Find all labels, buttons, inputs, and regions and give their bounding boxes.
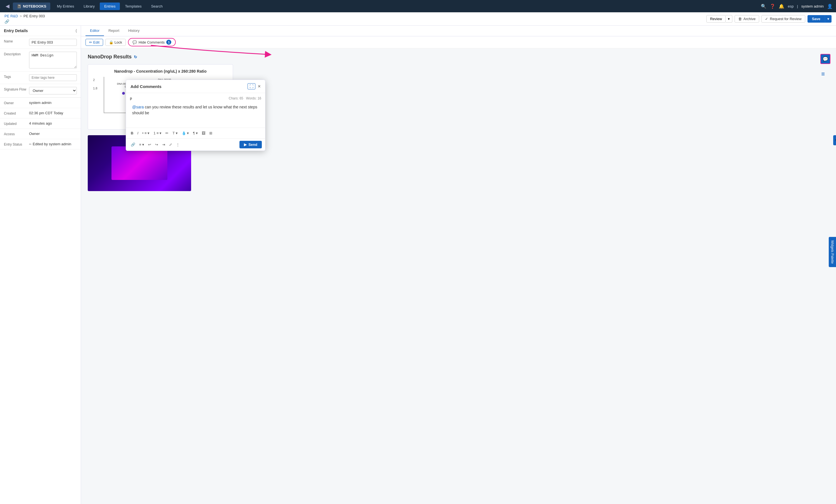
user-separator: | xyxy=(797,4,798,8)
ordered-list-button[interactable]: 1 ≡ ▾ xyxy=(152,130,163,136)
nav-items: My Entries Library Entries Templates Sea… xyxy=(53,2,167,10)
undo-button[interactable]: ↩ xyxy=(147,142,153,148)
bold-button[interactable]: B xyxy=(129,130,135,136)
text-format-button[interactable]: T ▾ xyxy=(171,130,179,136)
status-field-row: Entry Status ✏Edited by system admin xyxy=(0,139,81,150)
expand-button[interactable]: ⤢ xyxy=(168,142,173,148)
right-side-list-icon[interactable]: ≡ xyxy=(821,71,825,78)
bell-icon[interactable]: 🔔 xyxy=(779,4,784,9)
modal-body: p Chars: 65 Words: 16 @sara can you revi… xyxy=(126,93,265,128)
image-button[interactable]: 🖼 xyxy=(200,130,207,136)
y-tick-18: 1.8 xyxy=(93,86,97,90)
toolbar2-left: 🔗 ≡ ▾ ↩ ↪ ⇥ ⤢ ⋮ xyxy=(129,142,181,148)
tags-input[interactable] xyxy=(29,74,77,81)
user-name: system admin xyxy=(801,4,824,8)
add-comments-modal: Add Comments ⛶ × p Chars: 65 Words: 16 @… xyxy=(126,80,265,151)
link-button[interactable]: 🔗 xyxy=(129,142,137,148)
name-field-row: Name xyxy=(0,36,81,49)
name-input[interactable] xyxy=(29,39,77,46)
y-tick-2: 2 xyxy=(93,78,95,82)
created-label: Created xyxy=(4,111,29,115)
italic-button[interactable]: I xyxy=(136,130,140,136)
status-edit-icon: ✏ xyxy=(29,142,32,146)
updated-value: 4 minutes ago xyxy=(29,121,52,125)
notebooks-label: NOTEBOOKS xyxy=(23,4,46,8)
send-button[interactable]: ▶ Send xyxy=(240,141,262,148)
comment-stats: Chars: 65 Words: 16 xyxy=(229,96,261,100)
comment-meta: p Chars: 65 Words: 16 xyxy=(130,96,261,100)
modal-expand-button[interactable]: ⛶ xyxy=(248,83,255,90)
breadcrumb-parent[interactable]: PE R&D xyxy=(4,14,18,18)
tab-list: Editor Report History xyxy=(86,26,144,36)
search-icon[interactable]: 🔍 xyxy=(761,4,766,9)
nav-right: 🔍 ❓ 🔔 esp | system admin 👤 xyxy=(761,4,833,9)
back-button[interactable]: ◀ xyxy=(3,2,12,10)
link-icon[interactable]: 🔗 xyxy=(4,19,45,24)
indent-button[interactable]: ⇥ xyxy=(161,142,167,148)
more-options-button[interactable]: ⋮ xyxy=(175,142,181,148)
tab-history[interactable]: History xyxy=(124,26,144,36)
collapse-panel-button[interactable]: ⟨ xyxy=(75,28,77,33)
hide-comments-label: Hide Comments xyxy=(138,40,165,44)
comment-editor[interactable]: @sara can you review these results and l… xyxy=(130,102,261,124)
section-title-row: NanoDrop Results ↻ xyxy=(88,54,829,60)
owner-field-row: Owner system admin xyxy=(0,97,81,108)
editor-tabs: Editor Report History xyxy=(81,26,836,36)
color-button[interactable]: 💧 ▾ xyxy=(180,130,191,136)
request-for-review-button[interactable]: ✓ Request for Review xyxy=(761,15,805,23)
toolbar-right: Review ▾ 🗑 Archive ✓ Request for Review … xyxy=(706,15,832,23)
description-field-row: Description HWM Design xyxy=(0,49,81,72)
redo-button[interactable]: ↪ xyxy=(154,142,159,148)
lock-button[interactable]: 🔒 Lock xyxy=(105,39,126,46)
notebooks-button[interactable]: 📓 NOTEBOOKS xyxy=(13,2,50,10)
user-avatar-icon[interactable]: 👤 xyxy=(827,4,833,9)
pen-button[interactable]: ✏ xyxy=(164,130,170,136)
updated-label: Updated xyxy=(4,121,29,126)
nav-entries[interactable]: Entries xyxy=(100,2,120,10)
comment-body-text: can you review these results and let us … xyxy=(132,105,257,115)
hide-comments-button[interactable]: 💬 Hide Comments 1 xyxy=(128,38,176,46)
comment-bubble-icon: 💬 xyxy=(132,40,137,44)
archive-label: Archive xyxy=(743,17,756,21)
save-dropdown-button[interactable]: ▾ xyxy=(825,15,832,23)
owner-value: system admin xyxy=(29,101,52,105)
access-label: Access xyxy=(4,132,29,136)
section-title: NanoDrop Results xyxy=(88,54,132,60)
paragraph-button[interactable]: ¶ ▾ xyxy=(191,130,199,136)
request-icon: ✓ xyxy=(765,17,768,21)
comment-toolbar-1: B I • ≡ ▾ 1 ≡ ▾ ✏ T ▾ 💧 ▾ ¶ ▾ 🖼 ⊞ xyxy=(126,128,265,138)
description-textarea[interactable]: HWM Design xyxy=(29,52,77,69)
main-layout: Entry Details ⟨ Name Description HWM Des… xyxy=(0,26,836,504)
description-label: Description xyxy=(4,52,29,56)
notebook-icon: 📓 xyxy=(17,4,21,8)
save-button[interactable]: Save xyxy=(808,15,825,23)
refresh-icon[interactable]: ↻ xyxy=(134,55,137,59)
comment-float-button[interactable]: 💬 xyxy=(820,54,831,64)
nav-templates[interactable]: Templates xyxy=(120,2,146,10)
comment-float-button-2[interactable]: 💬 xyxy=(833,135,836,145)
tab-report[interactable]: Report xyxy=(104,26,124,36)
breadcrumb: PE R&D > PE Entry 003 xyxy=(4,14,45,18)
help-icon[interactable]: ❓ xyxy=(770,4,775,9)
status-label: Entry Status xyxy=(4,142,29,147)
modal-close-button[interactable]: × xyxy=(258,83,261,90)
access-value: Owner xyxy=(29,132,40,136)
created-value: 02:36 pm CDT Today xyxy=(29,111,63,115)
review-button[interactable]: Review xyxy=(706,15,726,23)
unordered-list-button[interactable]: • ≡ ▾ xyxy=(141,130,151,136)
name-label: Name xyxy=(4,39,29,43)
align-button[interactable]: ≡ ▾ xyxy=(138,142,146,148)
tags-label: Tags xyxy=(4,74,29,79)
archive-button[interactable]: 🗑 Archive xyxy=(735,15,759,23)
tab-editor[interactable]: Editor xyxy=(86,26,104,36)
widgets-palette[interactable]: Widgets Palette xyxy=(829,237,836,267)
send-label: Send xyxy=(248,142,257,147)
review-dropdown-button[interactable]: ▾ xyxy=(726,15,732,23)
table-button[interactable]: ⊞ xyxy=(208,130,214,136)
nav-search[interactable]: Search xyxy=(147,2,167,10)
nav-my-entries[interactable]: My Entries xyxy=(53,2,78,10)
signature-select[interactable]: Owner xyxy=(29,87,77,94)
breadcrumb-current: PE Entry 003 xyxy=(23,14,45,18)
edit-button[interactable]: ✏ Edit xyxy=(86,39,103,46)
nav-library[interactable]: Library xyxy=(79,2,99,10)
